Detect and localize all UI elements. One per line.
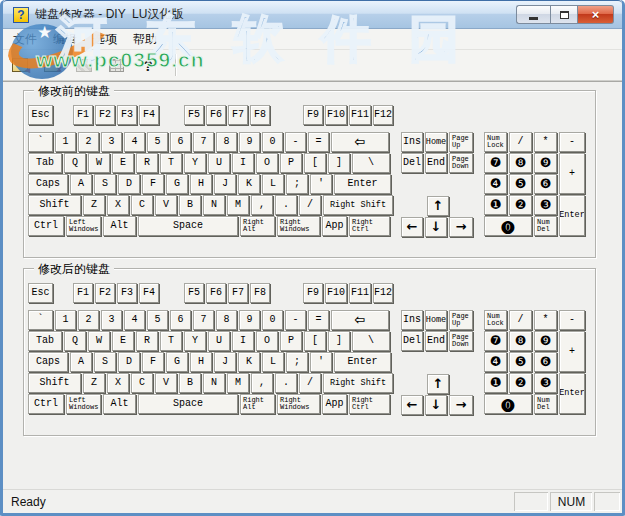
key-f8[interactable]: F8 <box>250 105 270 125</box>
key-b[interactable]: B <box>179 195 201 215</box>
key-t[interactable]: T <box>160 153 182 173</box>
key-numpad-9[interactable]: ❾ <box>534 153 557 173</box>
key-backspace[interactable]: ⇦ <box>331 310 389 330</box>
open-file-button[interactable]: ◂ <box>7 53 33 78</box>
key-numpad-6[interactable]: ❻ <box>534 174 557 194</box>
key-ins[interactable]: Ins <box>401 310 423 330</box>
key-numpad-0[interactable]: ⓿ <box>484 394 532 414</box>
key-9[interactable]: 9 <box>239 132 260 152</box>
key-numpad-5[interactable]: ❺ <box>509 174 532 194</box>
key-ins[interactable]: Ins <box>401 132 423 152</box>
key-symbol[interactable]: = <box>308 132 329 152</box>
key-7[interactable]: 7 <box>193 310 214 330</box>
key-symbol[interactable]: [ <box>304 153 326 173</box>
key-symbol[interactable]: [ <box>304 331 326 351</box>
key-f2[interactable]: F2 <box>95 105 115 125</box>
key-p[interactable]: P <box>280 331 302 351</box>
key-a[interactable]: A <box>70 174 92 194</box>
key-home[interactable]: Home <box>425 310 447 330</box>
key-y[interactable]: Y <box>184 331 206 351</box>
key-f1[interactable]: F1 <box>73 283 93 303</box>
key-page-up[interactable]: Page Up <box>449 132 473 152</box>
key-z[interactable]: Z <box>83 195 105 215</box>
key-symbol[interactable]: / <box>299 195 321 215</box>
key-f6[interactable]: F6 <box>206 105 226 125</box>
key-g[interactable]: G <box>166 352 188 372</box>
key-enter[interactable]: Enter <box>334 174 391 194</box>
key-2[interactable]: 2 <box>78 310 99 330</box>
key-f2[interactable]: F2 <box>95 283 115 303</box>
key-tab[interactable]: Tab <box>28 331 62 351</box>
key-numpad-5[interactable]: ❺ <box>509 352 532 372</box>
key-x[interactable]: X <box>107 373 129 393</box>
key-arrow-left[interactable]: ← <box>401 395 423 415</box>
key-v[interactable]: V <box>155 373 177 393</box>
key-v[interactable]: V <box>155 195 177 215</box>
key-symbol[interactable]: ; <box>286 174 308 194</box>
key-tab[interactable]: Tab <box>28 153 62 173</box>
key-numpad-6[interactable]: ❻ <box>534 352 557 372</box>
key-right-ctrl[interactable]: Right Ctrl <box>349 394 390 414</box>
key-f7[interactable]: F7 <box>228 105 248 125</box>
key-f12[interactable]: F12 <box>373 105 393 125</box>
key-h[interactable]: H <box>190 352 212 372</box>
key-7[interactable]: 7 <box>193 132 214 152</box>
key-end[interactable]: End <box>425 331 447 351</box>
key-f10[interactable]: F10 <box>325 105 347 125</box>
key-ctrl[interactable]: Ctrl <box>28 394 64 414</box>
key-symbol[interactable]: \ <box>352 331 390 351</box>
key-m[interactable]: M <box>227 195 249 215</box>
key-app[interactable]: App <box>322 394 347 414</box>
close-button[interactable]: × <box>578 5 614 24</box>
key-arrow-right[interactable]: → <box>449 395 473 415</box>
key-alt[interactable]: Alt <box>103 394 136 414</box>
key-8[interactable]: 8 <box>216 132 237 152</box>
key-shift[interactable]: Shift <box>28 195 81 215</box>
key-numpad-3[interactable]: ❸ <box>534 373 557 393</box>
key-f6[interactable]: F6 <box>206 283 226 303</box>
key-numpad-7[interactable]: ❼ <box>484 153 507 173</box>
key-left-windows[interactable]: Left Windows <box>66 216 101 236</box>
key-0[interactable]: 0 <box>262 132 283 152</box>
key-right-shift[interactable]: Right Shift <box>323 195 393 215</box>
key-numpad-minus[interactable]: - <box>559 310 585 330</box>
key-4[interactable]: 4 <box>124 132 145 152</box>
key-home[interactable]: Home <box>425 132 447 152</box>
menu-help[interactable]: 帮助 <box>125 29 165 50</box>
key-1[interactable]: 1 <box>55 310 76 330</box>
key-numpad-8[interactable]: ❽ <box>509 153 532 173</box>
key-symbol[interactable]: , <box>251 373 273 393</box>
key-numpad-delete[interactable]: Num Del <box>534 394 557 414</box>
key-q[interactable]: Q <box>64 153 86 173</box>
key-symbol[interactable]: ] <box>328 153 350 173</box>
key-page-down[interactable]: Page Down <box>449 331 473 351</box>
key-symbol[interactable]: ; <box>286 352 308 372</box>
key-e[interactable]: E <box>112 153 134 173</box>
key-arrow-left[interactable]: ← <box>401 217 423 237</box>
key-space[interactable]: Space <box>138 216 238 236</box>
key-left-windows[interactable]: Left Windows <box>66 394 101 414</box>
key-d[interactable]: D <box>118 174 140 194</box>
key-f8[interactable]: F8 <box>250 283 270 303</box>
key-i[interactable]: I <box>232 331 254 351</box>
key-4[interactable]: 4 <box>124 310 145 330</box>
key-f9[interactable]: F9 <box>303 105 323 125</box>
key-f3[interactable]: F3 <box>117 105 137 125</box>
key-numpad-2[interactable]: ❷ <box>509 373 532 393</box>
key-numpad-7[interactable]: ❼ <box>484 331 507 351</box>
key-f11[interactable]: F11 <box>349 283 371 303</box>
key-f5[interactable]: F5 <box>184 105 204 125</box>
key-f1[interactable]: F1 <box>73 105 93 125</box>
key-o[interactable]: O <box>256 153 278 173</box>
key-5[interactable]: 5 <box>147 310 168 330</box>
key-2[interactable]: 2 <box>78 132 99 152</box>
key-numpad-multiply[interactable]: * <box>534 310 557 330</box>
key-symbol[interactable]: ` <box>28 132 53 152</box>
key-numpad-8[interactable]: ❽ <box>509 331 532 351</box>
key-app[interactable]: App <box>322 216 347 236</box>
key-n[interactable]: N <box>203 373 225 393</box>
key-h[interactable]: H <box>190 174 212 194</box>
key-c[interactable]: C <box>131 195 153 215</box>
minimize-button[interactable] <box>516 5 550 24</box>
key-r[interactable]: R <box>136 331 158 351</box>
